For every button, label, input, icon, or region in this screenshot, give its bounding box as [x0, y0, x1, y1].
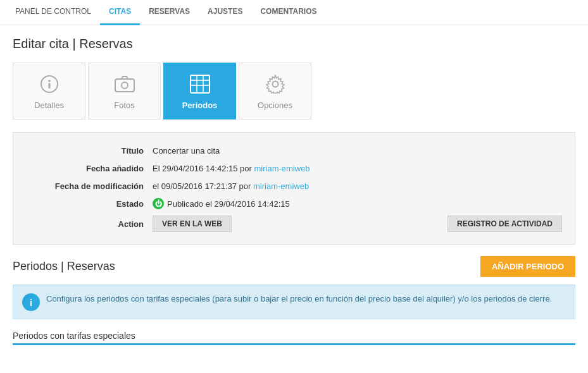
tab-detalles[interactable]: Detalles — [13, 63, 85, 119]
svg-point-4 — [122, 82, 128, 89]
nav-item-reservas[interactable]: RESERVAS — [140, 0, 199, 25]
estado-value: ⏻ Publicado el 29/04/2016 14:42:15 — [153, 198, 562, 209]
titulo-label: Título — [26, 146, 153, 156]
fecha-added-label: Fecha añadido — [26, 164, 153, 173]
fecha-added-user-link[interactable]: miriam-emiweb — [254, 164, 310, 173]
titulo-value: Concertar una cita — [153, 146, 562, 156]
periodos-title: Periodos | Reservas — [13, 260, 115, 273]
tab-fotos-label: Fotos — [114, 101, 135, 110]
svg-point-10 — [272, 81, 278, 87]
tab-fotos[interactable]: Fotos — [88, 63, 161, 119]
svg-rect-3 — [115, 79, 134, 92]
info-alert-icon: i — [22, 293, 40, 311]
tab-opciones[interactable]: Opciones — [239, 63, 311, 119]
estado-label: Estado — [26, 199, 153, 209]
fecha-mod-user-link[interactable]: miriam-emiweb — [253, 181, 309, 191]
fecha-mod-label: Fecha de modificación — [26, 181, 153, 191]
info-row-estado: Estado ⏻ Publicado el 29/04/2016 14:42:1… — [26, 195, 562, 212]
info-alert-text: Configura los periodos con tarifas espec… — [46, 293, 552, 305]
estado-text: Publicado el 29/04/2016 14:42:15 — [167, 199, 290, 209]
svg-rect-5 — [191, 75, 210, 93]
tab-periodos[interactable]: Periodos — [163, 63, 236, 119]
periodos-icon — [189, 73, 211, 95]
nav-item-ajustes[interactable]: AJUSTES — [199, 0, 251, 25]
blue-bar — [13, 343, 575, 345]
anadir-periodo-button[interactable]: AÑADIR PERIODO — [480, 256, 575, 277]
info-table: Título Concertar una cita Fecha añadido … — [13, 132, 575, 245]
gear-icon — [264, 73, 287, 95]
periodos-header: Periodos | Reservas AÑADIR PERIODO — [13, 256, 575, 277]
nav-item-comentarios[interactable]: COMENTARIOS — [251, 0, 325, 25]
page-title: Editar cita | Reservas — [13, 37, 575, 51]
status-icon: ⏻ — [153, 198, 164, 209]
periodos-especiales-section: Periodos con tarifas especiales — [13, 331, 575, 345]
info-row-titulo: Título Concertar una cita — [26, 142, 562, 159]
page-content: Editar cita | Reservas Detalles Foto — [0, 25, 588, 357]
nav-item-panel[interactable]: PANEL DE CONTROL — [6, 0, 100, 25]
action-label: Action — [26, 219, 153, 229]
action-value: VER EN LA WEB — [153, 216, 447, 232]
svg-point-2 — [48, 80, 51, 82]
tab-opciones-label: Opciones — [258, 101, 292, 110]
info-alert: i Configura los periodos con tarifas esp… — [13, 284, 575, 319]
top-navigation: PANEL DE CONTROL CITAS RESERVAS AJUSTES … — [0, 0, 588, 25]
svg-rect-1 — [48, 83, 50, 89]
info-row-fecha-mod: Fecha de modificación el 09/05/2016 17:2… — [26, 177, 562, 195]
info-row-action: Action VER EN LA WEB REGISTRO DE ACTIVID… — [26, 212, 562, 235]
ver-en-web-button[interactable]: VER EN LA WEB — [153, 216, 232, 232]
fecha-added-value: El 29/04/2016 14:42:15 por miriam-emiweb — [153, 164, 562, 173]
tab-icons-row: Detalles Fotos P — [13, 63, 575, 119]
camera-icon — [113, 73, 136, 95]
fecha-mod-value: el 09/05/2016 17:21:37 por miriam-emiweb — [153, 181, 562, 191]
registro-actividad-button[interactable]: REGISTRO DE ACTIVIDAD — [447, 216, 562, 232]
nav-item-citas[interactable]: CITAS — [100, 0, 140, 25]
status-badge: ⏻ Publicado el 29/04/2016 14:42:15 — [153, 198, 290, 209]
periodos-especiales-title: Periodos con tarifas especiales — [13, 331, 575, 341]
tab-periodos-label: Periodos — [182, 101, 218, 110]
info-row-fecha-added: Fecha añadido El 29/04/2016 14:42:15 por… — [26, 159, 562, 177]
tab-detalles-label: Detalles — [34, 101, 64, 110]
info-icon — [38, 73, 61, 95]
